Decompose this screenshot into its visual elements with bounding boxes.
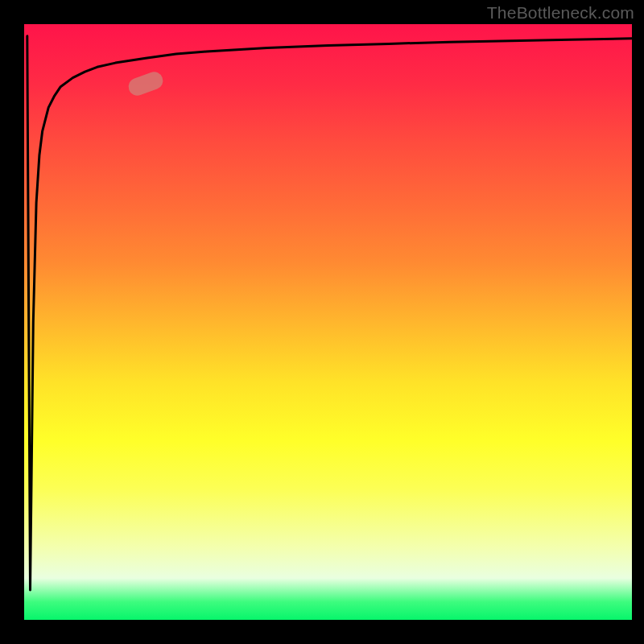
chart-svg	[0, 0, 644, 644]
attribution-text: TheBottleneck.com	[487, 3, 634, 23]
bottleneck-curve-path	[27, 36, 632, 590]
